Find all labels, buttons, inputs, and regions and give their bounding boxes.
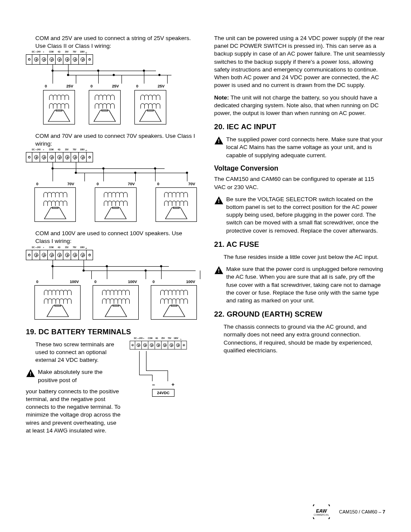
ground-body: The chassis connects to ground via the A… xyxy=(214,323,385,355)
heading-21: 21. AC FUSE xyxy=(214,240,385,250)
warning-fuse: ! Make sure that the power cord is unplu… xyxy=(214,265,385,305)
svg-text:COMMERCIAL: COMMERCIAL xyxy=(314,514,329,516)
diagram-25v: DC —24V + COM 4Ω 25V 70V 100V ⏚ xyxy=(26,54,197,124)
battery-warning-cont: your battery connects to the positive te… xyxy=(26,388,122,435)
heading-22: 22. GROUND (EARTH) SCREW xyxy=(214,310,385,320)
warning-icon: ! xyxy=(214,196,224,205)
svg-marker-8 xyxy=(105,208,126,219)
svg-marker-14 xyxy=(105,305,127,317)
svg-marker-4 xyxy=(140,110,161,121)
dc-power-note: Note: The unit will not charge the batte… xyxy=(214,94,385,118)
svg-text:EAW: EAW xyxy=(316,508,327,513)
warning-icon: ! xyxy=(214,266,224,274)
vc-body: The CAM150 and CAM60 can be configured t… xyxy=(214,175,385,191)
battery-intro: These two screw terminals are used to co… xyxy=(26,341,122,364)
diagram-70v: DC —24V + COM 4Ω 25V 70V 100V ⏚ xyxy=(26,152,197,222)
brand-logo: EAW COMMERCIAL xyxy=(311,504,331,519)
fuse-body: The fuse resides inside a little cover j… xyxy=(214,253,385,261)
svg-marker-16 xyxy=(163,305,185,317)
warning-iec: ! The supplied power cord connects here.… xyxy=(214,136,385,159)
page-number: CAM150 / CAM60 – 7 xyxy=(339,509,385,515)
heading-19: 19. DC BATTERY TERMINALS xyxy=(26,327,197,337)
battery-label: 24VDC xyxy=(152,389,174,397)
svg-text:!: ! xyxy=(30,371,31,377)
svg-text:!: ! xyxy=(218,268,220,274)
svg-marker-2 xyxy=(94,110,115,121)
svg-text:!: ! xyxy=(218,138,220,145)
page-footer: EAW COMMERCIAL CAM150 / CAM60 – 7 xyxy=(311,504,385,519)
heading-20: 20. IEC AC INPUT xyxy=(214,122,385,132)
svg-marker-0 xyxy=(48,110,70,121)
warning-icon: ! xyxy=(26,369,35,377)
dc-power-intro: The unit can be powered using a 24 VDC p… xyxy=(214,34,385,90)
svg-marker-10 xyxy=(165,208,187,219)
warning-voltage: ! Be sure the VOLTAGE SELECTOR switch lo… xyxy=(214,196,385,235)
diagram-100v: DC —24V + COM 4Ω 25V 70V 100V ⏚ xyxy=(26,250,197,320)
heading-voltage-conversion: Voltage Conversion xyxy=(214,164,385,173)
warning-icon: ! xyxy=(214,136,224,145)
svg-marker-6 xyxy=(44,208,66,219)
terminal-block: ⏚ xyxy=(26,54,93,65)
svg-text:!: ! xyxy=(218,198,220,204)
intro-100v: COM and 100V are used to connect 100V sp… xyxy=(26,230,197,245)
diagram-battery: DC —24V + COM 4Ω 25V 70V 100V xyxy=(130,341,197,397)
warning-battery: ! Make absolutely sure the positive post… xyxy=(26,368,122,384)
intro-25v: COM and 25V are used to connect a string… xyxy=(26,34,197,50)
intro-70v: COM and 70V are used to connect 70V spea… xyxy=(26,132,197,148)
svg-marker-12 xyxy=(47,305,68,317)
